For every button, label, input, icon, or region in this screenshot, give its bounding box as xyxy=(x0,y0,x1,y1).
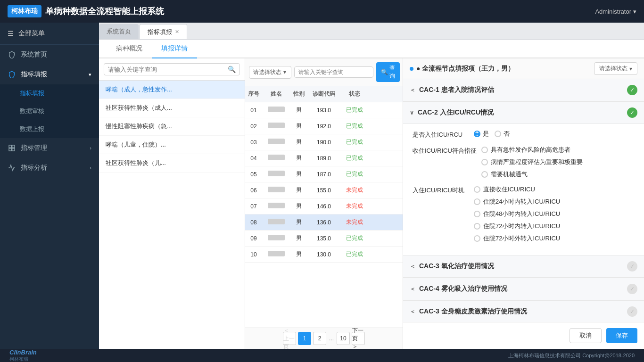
chart-icon xyxy=(8,164,16,172)
sidebar-toggle[interactable]: ☰ 全部菜单 xyxy=(0,23,99,45)
col-header-name: 姓名 xyxy=(262,86,290,102)
cac-3b-check-icon: ✓ xyxy=(627,306,637,317)
user-menu[interactable]: Administrator ▾ xyxy=(595,8,636,15)
page-dots: ... xyxy=(328,335,335,342)
sidebar-item-indicator-analysis[interactable]: 指标分析 › xyxy=(0,158,99,178)
form-checkboxes-indications: 具有急性发作风险的高危患者 病情严重程度评估为重要和极重要 xyxy=(481,146,583,179)
tab-fill-report[interactable]: 指标填报 ✕ xyxy=(140,24,187,39)
checkbox-timing-1[interactable]: 直接收住ICU/RICU xyxy=(474,185,560,194)
col-header-gender: 性别 xyxy=(290,86,307,102)
page-10-button[interactable]: 10 xyxy=(337,332,350,345)
disease-item-4[interactable]: 哮喘（儿童，住院）... xyxy=(99,136,245,154)
cac-section-3b: ＜ CAC-3 全身糖皮质激素治疗使用情况 ✓ xyxy=(403,301,644,322)
content-area: 系统首页 指标填报 ✕ 病种概况 填报详情 xyxy=(99,23,644,349)
right-panel-title: ● 全流程节点填报项（王力，男） xyxy=(416,65,514,73)
chevron-right-icon-cac1: ＜ xyxy=(410,86,415,94)
radio-icu-no[interactable]: 否 xyxy=(495,130,510,138)
footer-sub-logo: 柯林布瑞 xyxy=(9,356,37,362)
sub-tabs: 病种概况 填报详情 xyxy=(99,40,644,58)
page-2-button[interactable]: 2 xyxy=(313,332,326,345)
sidebar-item-system-home[interactable]: 系统首页 xyxy=(0,45,99,65)
table-row[interactable]: 06 男 155.0 未完成 xyxy=(245,182,403,198)
radio-circle-yes xyxy=(474,131,480,137)
cancel-button[interactable]: 取消 xyxy=(570,328,602,343)
checkbox-timing-3[interactable]: 住院48小时内转入ICU/RICU xyxy=(474,210,560,218)
table-row[interactable]: 07 男 146.0 未完成 xyxy=(245,198,403,214)
sidebar-sub-menu: 指标填报 数据审核 数据上报 xyxy=(0,84,99,138)
cac-2-title: CAC-2 入住ICU/RCU情况 xyxy=(418,108,494,117)
disease-list: 哮喘（成人，急性发作... 社区获得性肺炎（成人... 慢性阻塞性肺疾病（急..… xyxy=(99,81,245,349)
tab-system-home[interactable]: 系统首页 xyxy=(99,24,139,39)
checkbox-timing-4[interactable]: 住院72小时内转入ICU/RICU xyxy=(474,222,560,230)
disease-item-3[interactable]: 慢性阻塞性肺疾病（急... xyxy=(99,117,245,136)
table-row[interactable]: 08 男 136.0 未完成 xyxy=(245,214,403,230)
cac-4-header[interactable]: ＜ CAC-4 雾化吸入治疗使用情况 ✓ xyxy=(403,278,644,300)
close-icon[interactable]: ✕ xyxy=(175,29,179,35)
right-status-dropdown[interactable]: 请选择状态 ▾ xyxy=(594,62,637,75)
sidebar-item-indicator-manage[interactable]: 指标管理 › xyxy=(0,138,99,158)
disease-search-input[interactable] xyxy=(108,66,228,73)
chevron-down-icon-right: ▾ xyxy=(629,66,632,72)
tab-system-home-label: 系统首页 xyxy=(107,27,131,36)
disease-item-1[interactable]: 哮喘（成人，急性发作... xyxy=(99,81,245,99)
prev-page-button[interactable]: ＜ 上一页 xyxy=(283,332,296,345)
footer-logo: ClinBrain 柯林布瑞 xyxy=(9,349,37,362)
check-circle-t5 xyxy=(474,235,480,242)
chevron-right-icon: › xyxy=(90,145,91,151)
shield-icon-2 xyxy=(8,70,16,79)
cac-3-header[interactable]: ＜ CAC-3 氧化治疗使用情况 ✓ xyxy=(403,255,644,278)
table-row[interactable]: 01 男 193.0 已完成 xyxy=(245,102,403,118)
cac-3-title: CAC-3 氧化治疗使用情况 xyxy=(419,262,494,271)
disease-search-wrap[interactable]: 🔍 xyxy=(104,63,240,75)
right-panel-title-area: ● 全流程节点填报项（王力，男） xyxy=(410,65,514,73)
sidebar-indicator-analysis-label: 指标分析 xyxy=(21,164,85,172)
table-row[interactable]: 04 男 189.0 已完成 xyxy=(245,150,403,166)
cac-2-header[interactable]: ∨ CAC-2 入住ICU/RCU情况 ✓ xyxy=(403,102,644,124)
search-button[interactable]: 🔍 查询 xyxy=(376,62,400,82)
form-label-icu: 是否入住ICU/RCU xyxy=(413,130,469,139)
app-title: 单病种数据全流程智能上报系统 xyxy=(45,6,164,17)
next-page-button[interactable]: 下一页 ＞ xyxy=(352,332,365,345)
cac-2-body: 是否入住ICU/RCU 是 xyxy=(403,124,644,255)
check-circle-2 xyxy=(481,159,488,165)
checkbox-indication-3[interactable]: 需要机械通气 xyxy=(481,170,583,179)
sub-tab-disease-overview[interactable]: 病种概况 xyxy=(107,40,152,58)
svg-rect-3 xyxy=(12,148,15,151)
table-row[interactable]: 05 男 187.0 已完成 xyxy=(245,166,403,182)
disease-item-2[interactable]: 社区获得性肺炎（成人... xyxy=(99,99,245,117)
main-layout: ☰ 全部菜单 系统首页 指标填报 ▾ 指标填报 数据审核 数据上报 指标管理 xyxy=(0,23,644,349)
radio-icu-yes[interactable]: 是 xyxy=(474,130,489,138)
sidebar-sub-data-audit[interactable]: 数据审核 xyxy=(0,102,99,120)
pagination: ＜ 上一页 1 2 ... 10 下一页 ＞ xyxy=(245,328,403,349)
checkbox-indication-2[interactable]: 病情严重程度评估为重要和极重要 xyxy=(481,158,583,166)
checkbox-timing-5[interactable]: 住院72小时外转入ICU/RICU xyxy=(474,234,560,243)
table-row[interactable]: 02 男 192.0 已完成 xyxy=(245,118,403,134)
table-row[interactable]: 10 男 130.0 已完成 xyxy=(245,247,403,263)
cac-section-1: ＜ CAC-1 患者入院情况评估 ✓ xyxy=(403,79,644,102)
sidebar-item-indicator-report[interactable]: 指标填报 ▾ xyxy=(0,65,99,84)
cac-3b-header[interactable]: ＜ CAC-3 全身糖皮质激素治疗使用情况 ✓ xyxy=(403,301,644,322)
footer-logo-text: ClinBrain xyxy=(9,349,37,356)
board-icon xyxy=(8,144,16,152)
checkbox-timing-2[interactable]: 住院24小时内转入ICU/RICU xyxy=(474,197,560,206)
save-button[interactable]: 保存 xyxy=(606,328,637,343)
page-1-button[interactable]: 1 xyxy=(298,332,311,345)
sidebar-sub-fill-report[interactable]: 指标填报 xyxy=(0,84,99,102)
chevron-right-icon-cac3: ＜ xyxy=(410,263,415,271)
svg-rect-0 xyxy=(9,145,11,148)
sidebar-sub-data-upload[interactable]: 数据上报 xyxy=(0,120,99,138)
footer: ClinBrain 柯林布瑞 上海柯林布瑞信息技术有限公司 Copyright@… xyxy=(0,349,644,362)
sub-tab-fill-detail[interactable]: 填报详情 xyxy=(152,40,197,58)
disease-item-5[interactable]: 社区获得性肺炎（儿... xyxy=(99,154,245,173)
table-row[interactable]: 09 男 135.0 已完成 xyxy=(245,230,403,247)
form-options-icu: 是 否 xyxy=(474,130,510,138)
status-dropdown[interactable]: 请选择状态 ▾ xyxy=(249,66,291,79)
keyword-input[interactable] xyxy=(294,66,373,78)
icu-time-options: 直接收住ICU/RICU 住院24小时内转入ICU/RICU xyxy=(474,185,560,243)
cac-1-header[interactable]: ＜ CAC-1 患者入院情况评估 ✓ xyxy=(403,79,644,101)
checkbox-indication-1[interactable]: 具有急性发作风险的高危患者 xyxy=(481,146,583,154)
chevron-down-icon-cac2: ∨ xyxy=(410,109,414,116)
table-row[interactable]: 03 男 190.0 已完成 xyxy=(245,134,403,150)
cac-section-2: ∨ CAC-2 入住ICU/RCU情况 ✓ 是否入住ICU/RCU xyxy=(403,102,644,255)
disease-search-bar: 🔍 xyxy=(99,58,245,81)
